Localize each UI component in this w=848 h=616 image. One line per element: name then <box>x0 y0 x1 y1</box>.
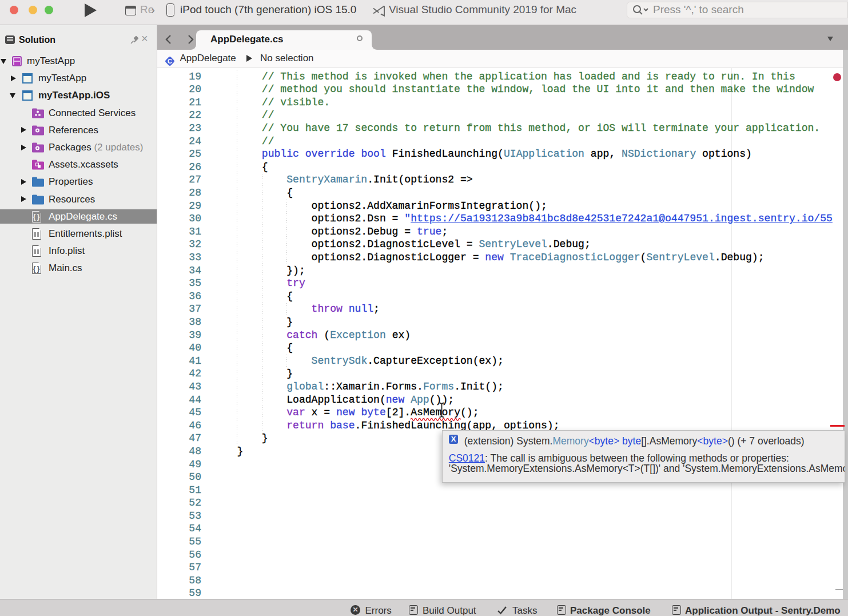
svg-text:C: C <box>168 58 172 65</box>
